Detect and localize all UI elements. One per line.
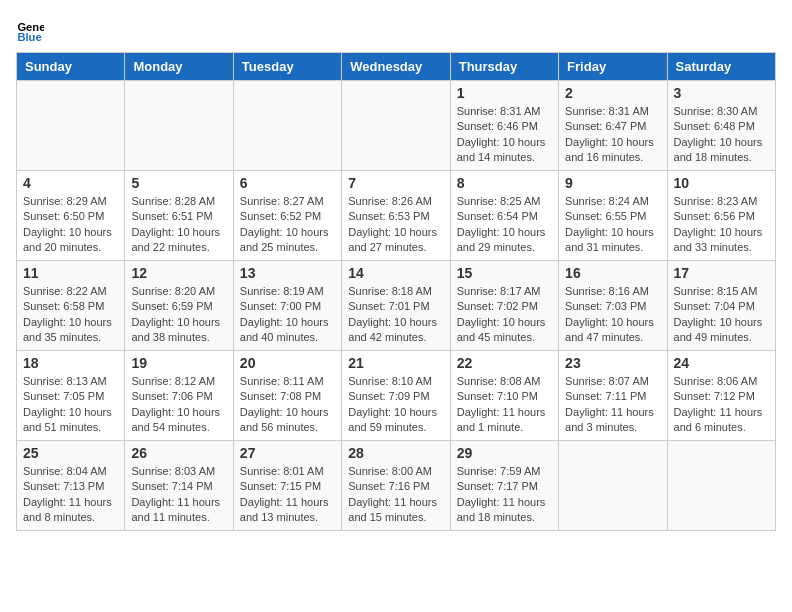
svg-text:Blue: Blue xyxy=(17,31,41,43)
day-number: 4 xyxy=(23,175,118,191)
calendar-cell: 15Sunrise: 8:17 AM Sunset: 7:02 PM Dayli… xyxy=(450,261,558,351)
day-info: Sunrise: 8:27 AM Sunset: 6:52 PM Dayligh… xyxy=(240,194,335,256)
day-number: 14 xyxy=(348,265,443,281)
header-row: SundayMondayTuesdayWednesdayThursdayFrid… xyxy=(17,53,776,81)
day-number: 24 xyxy=(674,355,769,371)
calendar-cell: 16Sunrise: 8:16 AM Sunset: 7:03 PM Dayli… xyxy=(559,261,667,351)
calendar-body: 1Sunrise: 8:31 AM Sunset: 6:46 PM Daylig… xyxy=(17,81,776,531)
calendar-cell: 28Sunrise: 8:00 AM Sunset: 7:16 PM Dayli… xyxy=(342,441,450,531)
day-info: Sunrise: 8:08 AM Sunset: 7:10 PM Dayligh… xyxy=(457,374,552,436)
day-info: Sunrise: 8:19 AM Sunset: 7:00 PM Dayligh… xyxy=(240,284,335,346)
day-number: 9 xyxy=(565,175,660,191)
calendar-cell xyxy=(342,81,450,171)
calendar-table: SundayMondayTuesdayWednesdayThursdayFrid… xyxy=(16,52,776,531)
calendar-cell: 6Sunrise: 8:27 AM Sunset: 6:52 PM Daylig… xyxy=(233,171,341,261)
calendar-cell: 14Sunrise: 8:18 AM Sunset: 7:01 PM Dayli… xyxy=(342,261,450,351)
column-header-sunday: Sunday xyxy=(17,53,125,81)
day-number: 5 xyxy=(131,175,226,191)
calendar-cell xyxy=(667,441,775,531)
day-info: Sunrise: 8:07 AM Sunset: 7:11 PM Dayligh… xyxy=(565,374,660,436)
day-info: Sunrise: 8:22 AM Sunset: 6:58 PM Dayligh… xyxy=(23,284,118,346)
day-number: 23 xyxy=(565,355,660,371)
column-header-wednesday: Wednesday xyxy=(342,53,450,81)
logo: General Blue xyxy=(16,16,48,44)
calendar-cell: 27Sunrise: 8:01 AM Sunset: 7:15 PM Dayli… xyxy=(233,441,341,531)
week-row-1: 1Sunrise: 8:31 AM Sunset: 6:46 PM Daylig… xyxy=(17,81,776,171)
day-number: 22 xyxy=(457,355,552,371)
calendar-cell: 22Sunrise: 8:08 AM Sunset: 7:10 PM Dayli… xyxy=(450,351,558,441)
column-header-friday: Friday xyxy=(559,53,667,81)
calendar-cell xyxy=(233,81,341,171)
day-info: Sunrise: 8:18 AM Sunset: 7:01 PM Dayligh… xyxy=(348,284,443,346)
day-number: 16 xyxy=(565,265,660,281)
day-number: 19 xyxy=(131,355,226,371)
day-number: 6 xyxy=(240,175,335,191)
calendar-cell: 12Sunrise: 8:20 AM Sunset: 6:59 PM Dayli… xyxy=(125,261,233,351)
calendar-cell: 4Sunrise: 8:29 AM Sunset: 6:50 PM Daylig… xyxy=(17,171,125,261)
day-info: Sunrise: 8:25 AM Sunset: 6:54 PM Dayligh… xyxy=(457,194,552,256)
day-number: 17 xyxy=(674,265,769,281)
day-info: Sunrise: 8:28 AM Sunset: 6:51 PM Dayligh… xyxy=(131,194,226,256)
calendar-header: SundayMondayTuesdayWednesdayThursdayFrid… xyxy=(17,53,776,81)
calendar-cell: 26Sunrise: 8:03 AM Sunset: 7:14 PM Dayli… xyxy=(125,441,233,531)
column-header-monday: Monday xyxy=(125,53,233,81)
calendar-cell: 7Sunrise: 8:26 AM Sunset: 6:53 PM Daylig… xyxy=(342,171,450,261)
week-row-2: 4Sunrise: 8:29 AM Sunset: 6:50 PM Daylig… xyxy=(17,171,776,261)
day-info: Sunrise: 8:24 AM Sunset: 6:55 PM Dayligh… xyxy=(565,194,660,256)
calendar-cell xyxy=(17,81,125,171)
day-info: Sunrise: 8:20 AM Sunset: 6:59 PM Dayligh… xyxy=(131,284,226,346)
day-info: Sunrise: 8:04 AM Sunset: 7:13 PM Dayligh… xyxy=(23,464,118,526)
day-number: 20 xyxy=(240,355,335,371)
calendar-cell: 29Sunrise: 7:59 AM Sunset: 7:17 PM Dayli… xyxy=(450,441,558,531)
day-number: 18 xyxy=(23,355,118,371)
column-header-saturday: Saturday xyxy=(667,53,775,81)
day-number: 12 xyxy=(131,265,226,281)
calendar-cell: 8Sunrise: 8:25 AM Sunset: 6:54 PM Daylig… xyxy=(450,171,558,261)
calendar-cell: 21Sunrise: 8:10 AM Sunset: 7:09 PM Dayli… xyxy=(342,351,450,441)
day-info: Sunrise: 8:16 AM Sunset: 7:03 PM Dayligh… xyxy=(565,284,660,346)
week-row-4: 18Sunrise: 8:13 AM Sunset: 7:05 PM Dayli… xyxy=(17,351,776,441)
day-info: Sunrise: 8:31 AM Sunset: 6:46 PM Dayligh… xyxy=(457,104,552,166)
column-header-tuesday: Tuesday xyxy=(233,53,341,81)
day-info: Sunrise: 8:13 AM Sunset: 7:05 PM Dayligh… xyxy=(23,374,118,436)
day-info: Sunrise: 8:29 AM Sunset: 6:50 PM Dayligh… xyxy=(23,194,118,256)
day-info: Sunrise: 8:17 AM Sunset: 7:02 PM Dayligh… xyxy=(457,284,552,346)
day-info: Sunrise: 8:00 AM Sunset: 7:16 PM Dayligh… xyxy=(348,464,443,526)
calendar-cell: 3Sunrise: 8:30 AM Sunset: 6:48 PM Daylig… xyxy=(667,81,775,171)
calendar-cell: 20Sunrise: 8:11 AM Sunset: 7:08 PM Dayli… xyxy=(233,351,341,441)
week-row-3: 11Sunrise: 8:22 AM Sunset: 6:58 PM Dayli… xyxy=(17,261,776,351)
day-info: Sunrise: 8:31 AM Sunset: 6:47 PM Dayligh… xyxy=(565,104,660,166)
day-info: Sunrise: 8:11 AM Sunset: 7:08 PM Dayligh… xyxy=(240,374,335,436)
day-info: Sunrise: 8:15 AM Sunset: 7:04 PM Dayligh… xyxy=(674,284,769,346)
day-number: 25 xyxy=(23,445,118,461)
day-info: Sunrise: 8:10 AM Sunset: 7:09 PM Dayligh… xyxy=(348,374,443,436)
calendar-cell: 23Sunrise: 8:07 AM Sunset: 7:11 PM Dayli… xyxy=(559,351,667,441)
day-number: 7 xyxy=(348,175,443,191)
day-number: 29 xyxy=(457,445,552,461)
day-info: Sunrise: 8:30 AM Sunset: 6:48 PM Dayligh… xyxy=(674,104,769,166)
calendar-cell: 5Sunrise: 8:28 AM Sunset: 6:51 PM Daylig… xyxy=(125,171,233,261)
calendar-cell: 11Sunrise: 8:22 AM Sunset: 6:58 PM Dayli… xyxy=(17,261,125,351)
day-number: 13 xyxy=(240,265,335,281)
day-number: 15 xyxy=(457,265,552,281)
calendar-cell: 1Sunrise: 8:31 AM Sunset: 6:46 PM Daylig… xyxy=(450,81,558,171)
day-number: 10 xyxy=(674,175,769,191)
day-info: Sunrise: 8:23 AM Sunset: 6:56 PM Dayligh… xyxy=(674,194,769,256)
day-number: 27 xyxy=(240,445,335,461)
calendar-cell xyxy=(559,441,667,531)
calendar-cell: 19Sunrise: 8:12 AM Sunset: 7:06 PM Dayli… xyxy=(125,351,233,441)
logo-icon: General Blue xyxy=(16,16,44,44)
calendar-cell xyxy=(125,81,233,171)
calendar-cell: 13Sunrise: 8:19 AM Sunset: 7:00 PM Dayli… xyxy=(233,261,341,351)
day-number: 11 xyxy=(23,265,118,281)
day-info: Sunrise: 8:03 AM Sunset: 7:14 PM Dayligh… xyxy=(131,464,226,526)
column-header-thursday: Thursday xyxy=(450,53,558,81)
calendar-cell: 9Sunrise: 8:24 AM Sunset: 6:55 PM Daylig… xyxy=(559,171,667,261)
day-info: Sunrise: 8:01 AM Sunset: 7:15 PM Dayligh… xyxy=(240,464,335,526)
page-header: General Blue xyxy=(16,16,776,44)
day-number: 21 xyxy=(348,355,443,371)
day-number: 3 xyxy=(674,85,769,101)
day-number: 26 xyxy=(131,445,226,461)
calendar-cell: 2Sunrise: 8:31 AM Sunset: 6:47 PM Daylig… xyxy=(559,81,667,171)
calendar-cell: 10Sunrise: 8:23 AM Sunset: 6:56 PM Dayli… xyxy=(667,171,775,261)
